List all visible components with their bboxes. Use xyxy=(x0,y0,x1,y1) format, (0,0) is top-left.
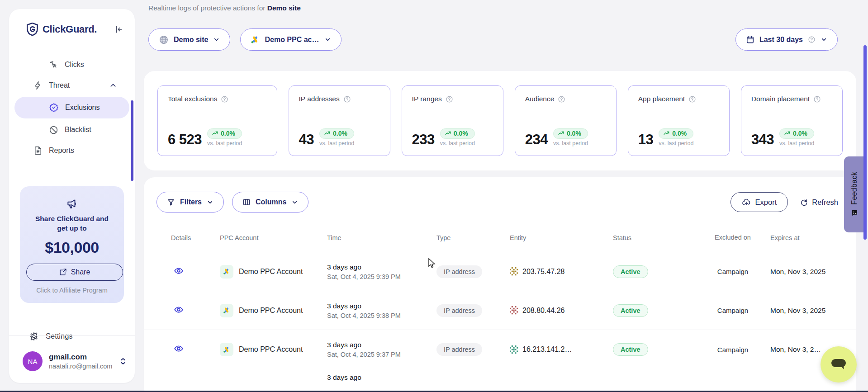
sidebar-item-threat[interactable]: Threat xyxy=(9,75,135,96)
trend-badge: 0.0% xyxy=(659,128,693,139)
stat-label: App placement xyxy=(638,95,685,103)
user-menu[interactable]: NA gmail.com naatali.ro@gmail.com xyxy=(23,351,127,371)
sidebar-scrollbar-thumb[interactable] xyxy=(131,100,133,181)
promo-amount: $10,000 xyxy=(26,239,118,256)
stat-label: IP addresses xyxy=(299,95,340,103)
entity-value[interactable]: 16.213.141.2… xyxy=(522,345,572,354)
trending-up-icon xyxy=(664,131,670,136)
column-header-status[interactable]: Status xyxy=(606,234,708,241)
feedback-mascot-icon xyxy=(850,209,859,217)
column-header-expires-at[interactable]: Expires at xyxy=(758,234,838,241)
refresh-icon xyxy=(800,198,808,206)
affiliate-promo-card[interactable]: Share ClickGuard and get up to $10,000 S… xyxy=(20,186,124,303)
question-circle-icon xyxy=(808,36,816,43)
trend-value: 0.0% xyxy=(333,130,347,137)
date-range-value: Last 30 days xyxy=(759,36,803,44)
gear-icon xyxy=(29,331,39,341)
question-circle-icon[interactable] xyxy=(558,95,565,103)
subtitle-site-name: Demo site xyxy=(267,4,301,12)
cursor-click-icon xyxy=(49,60,58,70)
chevron-down-icon xyxy=(213,36,220,43)
sidebar-item-blacklist[interactable]: Blacklist xyxy=(9,119,135,140)
stat-label: Domain placement xyxy=(751,95,810,103)
stat-value: 234 xyxy=(525,132,548,146)
time-relative: 3 days ago xyxy=(327,263,427,271)
stat-value: 13 xyxy=(638,132,653,146)
trending-up-icon xyxy=(784,131,791,136)
trend-value: 0.0% xyxy=(672,130,687,137)
page-scrollbar-thumb[interactable] xyxy=(863,45,867,240)
export-button[interactable]: Export xyxy=(730,192,788,212)
sidebar-item-clicks[interactable]: Clicks xyxy=(9,54,135,75)
feedback-tab[interactable]: Feedback xyxy=(844,156,865,232)
filters-dropdown[interactable]: Filters xyxy=(157,192,224,213)
column-header-time[interactable]: Time xyxy=(319,234,427,241)
entity-identicon xyxy=(510,345,518,354)
question-circle-icon[interactable] xyxy=(343,95,351,103)
stat-card: Audience 234 0.0% vs. last period xyxy=(515,85,617,156)
trend-badge: 0.0% xyxy=(553,128,588,139)
sidebar-collapse-icon[interactable] xyxy=(114,25,123,34)
columns-dropdown[interactable]: Columns xyxy=(232,192,308,213)
question-circle-icon[interactable] xyxy=(688,95,696,103)
trend-value: 0.0% xyxy=(454,130,468,137)
expires-at-value: Mon, Nov 3, 2025 xyxy=(758,307,838,315)
sidebar-item-label: Threat xyxy=(49,81,70,90)
affiliate-link[interactable]: Click to Affiliate Program xyxy=(26,287,118,294)
status-badge: Active xyxy=(613,265,648,278)
entity-value[interactable]: 208.80.44.26 xyxy=(522,307,564,315)
type-badge: IP address xyxy=(436,343,482,356)
stat-value: 233 xyxy=(412,132,435,146)
site-selector-dropdown[interactable]: Demo site xyxy=(148,28,230,51)
share-button-label: Share xyxy=(71,268,90,276)
column-header-entity[interactable]: Entity xyxy=(504,234,606,241)
sidebar-item-label: Settings xyxy=(46,332,73,340)
trending-up-icon xyxy=(324,131,331,136)
date-range-dropdown[interactable]: Last 30 days xyxy=(735,28,838,51)
table-header-row: Details PPC Account Time Type Entity Sta… xyxy=(144,223,856,252)
ppc-account-selector-dropdown[interactable]: Demo PPC ac… xyxy=(240,28,341,51)
view-details-eye-icon[interactable] xyxy=(174,305,184,315)
question-circle-icon[interactable] xyxy=(813,95,821,103)
trend-badge: 0.0% xyxy=(440,128,475,139)
question-circle-icon[interactable] xyxy=(446,95,453,103)
funnel-icon xyxy=(167,198,175,206)
view-details-eye-icon[interactable] xyxy=(174,344,184,354)
sidebar-item-reports[interactable]: Reports xyxy=(9,140,135,161)
trending-up-icon xyxy=(212,131,218,136)
stat-card: App placement 13 0.0% vs. last period xyxy=(628,85,730,156)
chat-launcher-button[interactable] xyxy=(821,346,857,383)
ppc-account-name: Demo PPC Account xyxy=(239,268,303,276)
column-header-type[interactable]: Type xyxy=(427,234,504,241)
time-relative: 3 days ago xyxy=(327,341,427,349)
megaphone-icon xyxy=(26,198,118,210)
view-details-eye-icon[interactable] xyxy=(174,266,184,276)
sidebar: ClickGuard. Clicks Threat Exclusions xyxy=(9,9,135,383)
time-relative: 3 days ago xyxy=(327,302,427,310)
excluded-on-value: Campaign xyxy=(708,346,758,354)
chevron-up-icon[interactable] xyxy=(109,82,117,89)
ban-icon xyxy=(49,125,58,135)
trend-badge: 0.0% xyxy=(779,128,814,139)
time-relative: 3 days ago xyxy=(327,373,361,381)
chat-bubble-icon xyxy=(830,358,847,371)
columns-icon xyxy=(242,198,251,206)
trend-sub: vs. last period xyxy=(207,140,242,146)
ppc-account-name: Demo PPC Account xyxy=(239,307,303,315)
entity-value[interactable]: 203.75.47.28 xyxy=(522,268,564,276)
column-header-excluded-on[interactable]: Excluded on xyxy=(708,233,758,243)
excluded-on-value: Campaign xyxy=(708,268,758,275)
filters-label: Filters xyxy=(180,198,202,206)
sidebar-item-settings[interactable]: Settings xyxy=(9,326,135,346)
share-button[interactable]: Share xyxy=(26,264,123,281)
column-header-details[interactable]: Details xyxy=(169,234,213,241)
sidebar-item-exclusions[interactable]: Exclusions xyxy=(14,97,129,118)
chevron-down-icon xyxy=(207,199,213,206)
column-header-ppc-account[interactable]: PPC Account xyxy=(213,234,319,241)
sidebar-item-label: Exclusions xyxy=(65,104,100,112)
clickguard-logo-icon xyxy=(26,23,38,36)
question-circle-icon[interactable] xyxy=(221,95,228,103)
status-badge: Active xyxy=(613,343,648,356)
time-absolute: Sat, Oct 4, 2025 9:37 PM xyxy=(327,351,427,358)
refresh-button[interactable]: Refresh xyxy=(800,198,838,207)
